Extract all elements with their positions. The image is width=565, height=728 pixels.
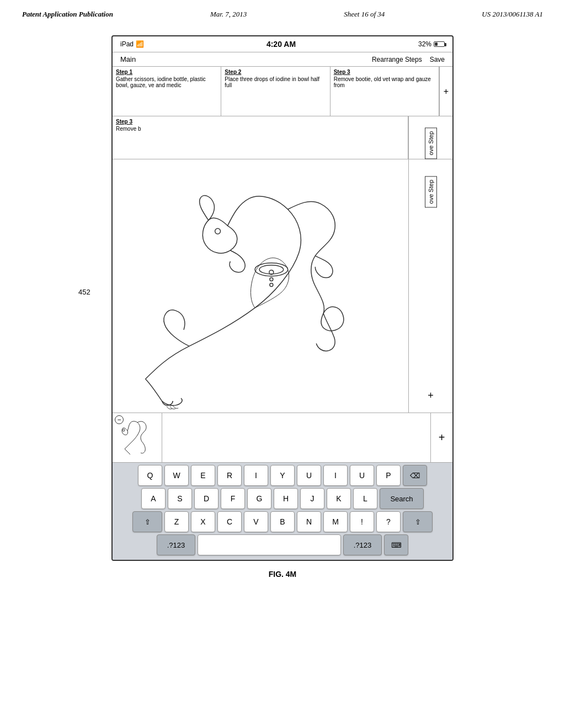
battery-fill (435, 42, 438, 46)
sheet-info: Sheet 16 of 34 (344, 10, 385, 19)
keyboard-row-4: .?123 .?123 ⌨ (114, 534, 451, 555)
key-keyboard[interactable]: ⌨ (384, 534, 408, 555)
patent-header: Patent Application Publication Mar. 7, 2… (0, 0, 565, 24)
key-d[interactable]: D (194, 488, 218, 509)
key-q[interactable]: Q (138, 465, 162, 486)
key-exclaim[interactable]: ! (350, 511, 374, 532)
publication-date: Mar. 7, 2013 (210, 10, 247, 19)
key-m[interactable]: M (323, 511, 348, 532)
key-w[interactable]: W (164, 465, 189, 486)
battery-percentage: 32% (418, 40, 431, 48)
key-x[interactable]: X (191, 511, 215, 532)
key-k[interactable]: K (327, 488, 351, 509)
figure-wrapper: 452 iPad 📶 4:20 AM 32% Main (111, 35, 454, 561)
status-right: 32% (418, 40, 445, 48)
key-search[interactable]: Search (380, 488, 424, 509)
status-time: 4:20 AM (266, 40, 296, 49)
publication-title: Patent Application Publication (22, 10, 113, 19)
thumbnail-cell-1: − (113, 413, 162, 462)
wifi-icon: 📶 (136, 40, 144, 48)
key-question[interactable]: ? (376, 511, 401, 532)
save-button[interactable]: Save (430, 56, 445, 63)
drawing-area: ove Step + (113, 159, 452, 413)
thumbnail-strip: − + (113, 413, 452, 463)
key-space[interactable] (198, 534, 341, 555)
step-row2-text: Remove b (116, 126, 404, 132)
key-j[interactable]: J (300, 488, 324, 509)
step-cell-3: Step 3 Remove bootie, old vet wrap and g… (331, 67, 439, 116)
keyboard: Q W E R I Y U I U P ⌫ A S D F (113, 463, 452, 560)
step-1-label: Step 1 (116, 69, 217, 75)
step-1-text: Gather scissors, iodine bottle, plastic … (116, 76, 217, 88)
step-3-label: Step 3 (334, 69, 435, 75)
key-h[interactable]: H (274, 488, 298, 509)
status-bar: iPad 📶 4:20 AM 32% (113, 36, 452, 52)
main-content: 452 iPad 📶 4:20 AM 32% Main (0, 24, 565, 561)
keyboard-row-2: A S D F G H J K L Search (114, 488, 451, 509)
remove-step-button-container[interactable]: ove Step (408, 116, 452, 159)
main-nav-label[interactable]: Main (120, 55, 136, 63)
thumbnail-add-button[interactable]: + (430, 413, 452, 462)
status-left: iPad 📶 (120, 40, 144, 48)
key-g[interactable]: G (247, 488, 271, 509)
remove-step-button[interactable]: ove Step (425, 127, 437, 159)
key-u[interactable]: U (297, 465, 321, 486)
key-numeric-right[interactable]: .?123 (343, 534, 382, 555)
svg-point-4 (270, 278, 273, 281)
figure-reference-label: 452 (78, 288, 90, 296)
nav-right: Rearrange Steps Save (372, 56, 445, 63)
key-v[interactable]: V (244, 511, 268, 532)
key-y[interactable]: Y (270, 465, 295, 486)
key-z[interactable]: Z (164, 511, 189, 532)
svg-point-5 (270, 283, 273, 287)
right-remove-step[interactable]: ove Step (425, 176, 437, 207)
nav-bar: Main Rearrange Steps Save (113, 52, 452, 67)
right-add-button[interactable]: + (428, 390, 434, 402)
key-i1[interactable]: I (244, 465, 268, 486)
step-cell-1: Step 1 Gather scissors, iodine bottle, p… (113, 67, 221, 116)
key-s[interactable]: S (168, 488, 192, 509)
key-l[interactable]: L (353, 488, 377, 509)
step-cell-2: Step 2 Place three drops of iodine in bo… (221, 67, 330, 116)
battery-icon (434, 41, 445, 47)
step-2-text: Place three drops of iodine in bowl half… (225, 76, 326, 88)
key-p[interactable]: P (376, 465, 401, 486)
step-row2-cell-1: Step 3 Remove b (113, 116, 408, 159)
step-2-label: Step 2 (225, 69, 326, 75)
key-c[interactable]: C (217, 511, 242, 532)
step-3-text: Remove bootie, old vet wrap and gauze fr… (334, 76, 435, 88)
key-i2[interactable]: I (323, 465, 348, 486)
key-backspace[interactable]: ⌫ (403, 465, 427, 486)
key-b[interactable]: B (270, 511, 295, 532)
steps-row: Step 1 Gather scissors, iodine bottle, p… (113, 67, 452, 116)
key-r[interactable]: R (217, 465, 242, 486)
ipad-frame: iPad 📶 4:20 AM 32% Main Rearrange Steps … (111, 35, 454, 561)
thumbnail-spacer (162, 413, 430, 462)
patent-number: US 2013/0061138 A1 (482, 10, 543, 19)
dog-illustration (113, 159, 408, 413)
keyboard-row-1: Q W E R I Y U I U P ⌫ (114, 465, 451, 486)
key-numeric-left[interactable]: .?123 (157, 534, 195, 555)
key-shift-right[interactable]: ⇧ (403, 511, 433, 532)
right-sidebar: ove Step + (408, 159, 452, 413)
thumbnail-image (116, 419, 158, 457)
key-a[interactable]: A (141, 488, 166, 509)
key-e[interactable]: E (191, 465, 215, 486)
svg-point-0 (215, 229, 221, 234)
key-n[interactable]: N (297, 511, 321, 532)
svg-point-6 (122, 429, 125, 431)
svg-point-2 (259, 265, 284, 274)
key-shift-left[interactable]: ⇧ (132, 511, 162, 532)
key-u2[interactable]: U (350, 465, 374, 486)
step-row-2: Step 3 Remove b ove Step (113, 116, 452, 159)
step-row2-label: Step 3 (116, 119, 404, 125)
figure-caption: FIG. 4M (0, 561, 565, 579)
add-step-button[interactable]: + (439, 67, 452, 116)
rearrange-steps-button[interactable]: Rearrange Steps (372, 56, 422, 63)
keyboard-row-3: ⇧ Z X C V B N M ! ? ⇧ (114, 511, 451, 532)
device-name: iPad (120, 40, 134, 48)
key-f[interactable]: F (221, 488, 245, 509)
